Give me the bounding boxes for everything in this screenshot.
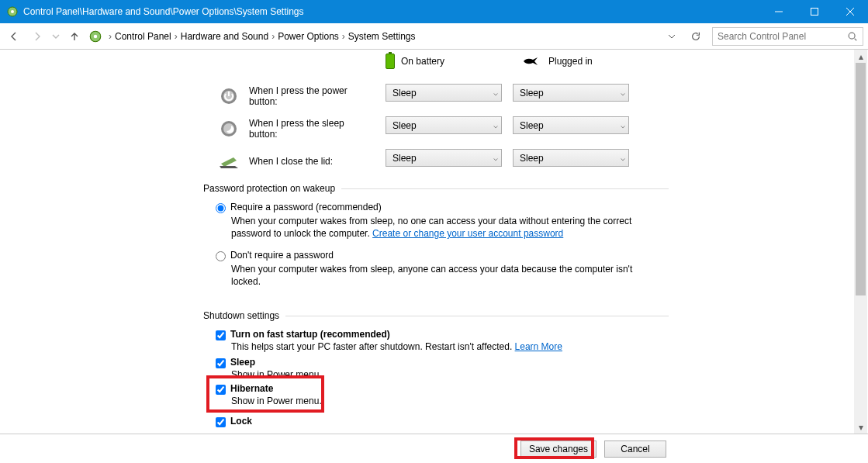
power-button-plugged-select[interactable]: Sleep⌵	[513, 84, 629, 102]
power-button-battery-select[interactable]: Sleep⌵	[386, 84, 502, 102]
svg-point-8	[849, 33, 855, 39]
svg-point-7	[94, 34, 98, 38]
require-password-radio[interactable]	[216, 203, 226, 213]
control-panel-small-icon	[88, 29, 102, 43]
plug-icon	[522, 55, 542, 67]
close-button[interactable]	[832, 0, 868, 23]
sleep-button-label: When I press the sleep button:	[249, 118, 373, 140]
change-password-link[interactable]: Create or change your user account passw…	[372, 228, 563, 239]
hibernate-label: Hibernate	[230, 383, 273, 394]
sleep-desc: Show in Power menu.	[231, 368, 650, 381]
scroll-up-button[interactable]: ▴	[854, 50, 867, 63]
minimize-button[interactable]	[761, 0, 797, 23]
window-title: Control Panel\Hardware and Sound\Power O…	[23, 6, 761, 17]
fast-startup-label: Turn on fast startup (recommended)	[230, 329, 390, 340]
shutdown-section-title: Shutdown settings	[203, 310, 669, 321]
breadcrumb-item[interactable]: System Settings	[348, 31, 416, 42]
sleep-option: Sleep Show in Power menu.	[216, 357, 650, 381]
control-panel-icon	[6, 5, 19, 18]
sleep-button-plugged-select[interactable]: Sleep⌵	[513, 116, 629, 134]
close-lid-row: When I close the lid:	[218, 149, 373, 174]
scroll-thumb[interactable]	[856, 63, 866, 295]
plugged-column-label: Plugged in	[548, 56, 593, 67]
sleep-button-row: When I press the sleep button:	[218, 116, 373, 141]
svg-line-9	[855, 38, 857, 40]
dont-require-password-desc: When your computer wakes from sleep, any…	[231, 263, 650, 288]
cancel-button[interactable]: Cancel	[604, 441, 666, 458]
laptop-lid-icon	[218, 150, 240, 172]
chevron-down-icon: ⌵	[493, 121, 498, 130]
sleep-label: Sleep	[230, 357, 255, 368]
close-lid-battery-select[interactable]: Sleep⌵	[386, 149, 502, 167]
require-password-option: Require a password (recommended) When yo…	[216, 202, 650, 240]
footer: Save changes Cancel	[0, 434, 868, 463]
dont-require-password-radio[interactable]	[216, 251, 226, 261]
hibernate-desc: Show in Power menu.	[231, 395, 650, 407]
column-headers: On battery Plugged in	[386, 54, 593, 69]
fast-startup-desc: This helps start your PC faster after sh…	[231, 341, 512, 352]
chevron-down-icon: ⌵	[493, 88, 498, 97]
lock-option: Lock	[216, 416, 650, 427]
save-changes-button[interactable]: Save changes	[520, 441, 597, 458]
navbar: › Control Panel › Hardware and Sound › P…	[0, 23, 868, 50]
up-button[interactable]	[65, 27, 84, 46]
recent-locations-button[interactable]	[51, 27, 61, 46]
close-lid-label: When I close the lid:	[249, 156, 373, 167]
close-lid-plugged-select[interactable]: Sleep⌵	[513, 149, 629, 167]
search-icon	[847, 31, 858, 42]
sleep-icon	[218, 118, 240, 140]
sleep-checkbox[interactable]	[216, 358, 226, 368]
search-box[interactable]	[712, 27, 863, 46]
learn-more-link[interactable]: Learn More	[515, 341, 562, 352]
vertical-scrollbar[interactable]: ▴ ▾	[854, 50, 867, 434]
chevron-down-icon: ⌵	[621, 154, 625, 162]
breadcrumb-item[interactable]: Power Options	[278, 31, 339, 42]
breadcrumb-item[interactable]: Hardware and Sound	[181, 31, 268, 42]
sleep-button-battery-select[interactable]: Sleep⌵	[386, 116, 502, 134]
fast-startup-option: Turn on fast startup (recommended) This …	[216, 329, 650, 353]
power-icon	[218, 85, 240, 107]
chevron-down-icon: ⌵	[621, 121, 625, 130]
refresh-button[interactable]	[687, 31, 704, 42]
chevron-down-icon: ⌵	[493, 154, 498, 162]
battery-column-label: On battery	[401, 56, 444, 67]
svg-rect-3	[811, 9, 818, 16]
scroll-down-button[interactable]: ▾	[854, 420, 867, 434]
maximize-button[interactable]	[797, 0, 832, 23]
hibernate-checkbox[interactable]	[216, 385, 226, 395]
svg-point-1	[11, 10, 14, 13]
lock-checkbox[interactable]	[216, 417, 226, 427]
dont-require-password-option: Don't require a password When your compu…	[216, 250, 650, 288]
require-password-label: Require a password (recommended)	[230, 202, 382, 212]
power-button-label: When I press the power button:	[249, 85, 373, 107]
breadcrumb-item[interactable]: Control Panel	[115, 31, 171, 42]
battery-icon	[386, 54, 395, 69]
password-section-title: Password protection on wakeup	[203, 183, 669, 194]
power-button-row: When I press the power button:	[218, 84, 373, 109]
chevron-down-icon: ⌵	[621, 88, 625, 97]
back-button[interactable]	[5, 27, 23, 46]
hibernate-option: Hibernate Show in Power menu.	[216, 383, 650, 407]
breadcrumb[interactable]: › Control Panel › Hardware and Sound › P…	[107, 31, 656, 42]
search-input[interactable]	[718, 31, 847, 42]
breadcrumb-history-button[interactable]	[661, 33, 683, 40]
forward-button[interactable]	[28, 27, 47, 46]
dont-require-password-label: Don't require a password	[230, 250, 334, 261]
lock-label: Lock	[230, 416, 252, 427]
fast-startup-checkbox[interactable]	[216, 330, 226, 340]
titlebar: Control Panel\Hardware and Sound\Power O…	[0, 0, 868, 23]
